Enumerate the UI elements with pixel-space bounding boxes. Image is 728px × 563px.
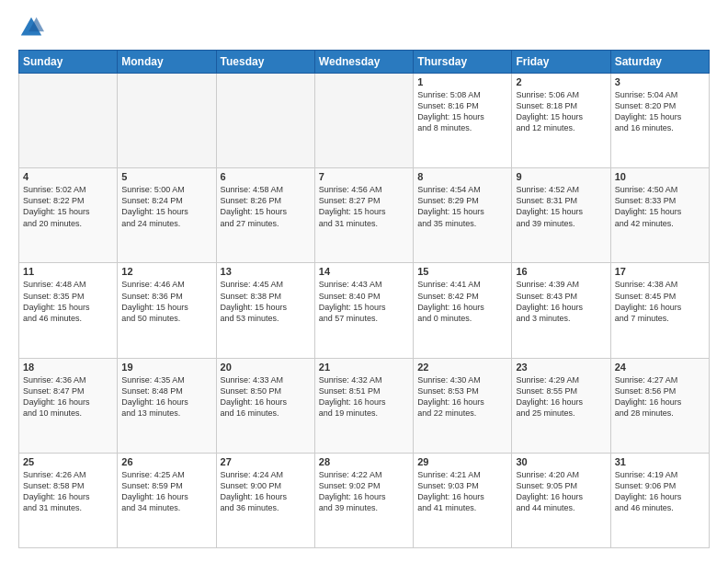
calendar-week-row: 25Sunrise: 4:26 AM Sunset: 8:58 PM Dayli…	[19, 453, 710, 547]
day-number: 12	[121, 266, 211, 277]
logo	[18, 15, 46, 40]
calendar-cell: 17Sunrise: 4:38 AM Sunset: 8:45 PM Dayli…	[610, 263, 709, 358]
calendar-cell: 13Sunrise: 4:45 AM Sunset: 8:38 PM Dayli…	[216, 263, 314, 358]
day-info: Sunrise: 4:27 AM Sunset: 8:56 PM Dayligh…	[615, 374, 705, 419]
day-info: Sunrise: 4:56 AM Sunset: 8:27 PM Dayligh…	[319, 184, 409, 229]
calendar-cell: 26Sunrise: 4:25 AM Sunset: 8:59 PM Dayli…	[118, 453, 216, 547]
day-info: Sunrise: 4:35 AM Sunset: 8:48 PM Dayligh…	[121, 374, 211, 419]
day-number: 11	[23, 266, 113, 277]
day-info: Sunrise: 4:43 AM Sunset: 8:40 PM Dayligh…	[319, 279, 409, 324]
day-info: Sunrise: 4:46 AM Sunset: 8:36 PM Dayligh…	[121, 279, 211, 324]
calendar-cell: 31Sunrise: 4:19 AM Sunset: 9:06 PM Dayli…	[610, 453, 709, 547]
header	[18, 15, 710, 40]
day-info: Sunrise: 4:19 AM Sunset: 9:06 PM Dayligh…	[615, 469, 705, 514]
day-number: 29	[417, 456, 507, 467]
calendar-cell: 25Sunrise: 4:26 AM Sunset: 8:58 PM Dayli…	[19, 453, 118, 547]
calendar-week-row: 4Sunrise: 5:02 AM Sunset: 8:22 PM Daylig…	[19, 168, 710, 263]
day-number: 7	[319, 171, 409, 182]
calendar-cell: 22Sunrise: 4:30 AM Sunset: 8:53 PM Dayli…	[414, 358, 512, 453]
calendar-cell: 30Sunrise: 4:20 AM Sunset: 9:05 PM Dayli…	[512, 453, 610, 547]
day-info: Sunrise: 5:06 AM Sunset: 8:18 PM Dayligh…	[516, 89, 606, 134]
calendar-cell: 5Sunrise: 5:00 AM Sunset: 8:24 PM Daylig…	[118, 168, 216, 263]
day-info: Sunrise: 4:52 AM Sunset: 8:31 PM Dayligh…	[516, 184, 606, 229]
day-number: 23	[516, 362, 606, 373]
calendar-cell: 2Sunrise: 5:06 AM Sunset: 8:18 PM Daylig…	[512, 74, 610, 168]
calendar-table: SundayMondayTuesdayWednesdayThursdayFrid…	[18, 50, 710, 548]
calendar-cell: 3Sunrise: 5:04 AM Sunset: 8:20 PM Daylig…	[610, 74, 709, 168]
calendar-cell: 19Sunrise: 4:35 AM Sunset: 8:48 PM Dayli…	[118, 358, 216, 453]
calendar-cell	[19, 74, 118, 168]
day-info: Sunrise: 4:54 AM Sunset: 8:29 PM Dayligh…	[417, 184, 507, 229]
calendar-cell	[314, 74, 413, 168]
day-number: 1	[417, 76, 507, 87]
day-info: Sunrise: 4:21 AM Sunset: 9:03 PM Dayligh…	[417, 469, 507, 514]
day-info: Sunrise: 4:38 AM Sunset: 8:45 PM Dayligh…	[615, 279, 705, 324]
weekday-header-tuesday: Tuesday	[216, 51, 314, 74]
calendar-week-row: 1Sunrise: 5:08 AM Sunset: 8:16 PM Daylig…	[19, 74, 710, 168]
calendar-cell: 9Sunrise: 4:52 AM Sunset: 8:31 PM Daylig…	[512, 168, 610, 263]
calendar-cell: 27Sunrise: 4:24 AM Sunset: 9:00 PM Dayli…	[216, 453, 314, 547]
day-info: Sunrise: 4:25 AM Sunset: 8:59 PM Dayligh…	[121, 469, 211, 514]
day-info: Sunrise: 5:08 AM Sunset: 8:16 PM Dayligh…	[417, 89, 507, 134]
day-number: 5	[121, 171, 211, 182]
day-number: 3	[615, 76, 705, 87]
day-number: 27	[221, 456, 311, 467]
day-number: 19	[121, 362, 211, 373]
weekday-header-sunday: Sunday	[19, 51, 118, 74]
day-info: Sunrise: 5:00 AM Sunset: 8:24 PM Dayligh…	[121, 184, 211, 229]
day-number: 24	[615, 362, 705, 373]
day-number: 26	[121, 456, 211, 467]
calendar-cell: 18Sunrise: 4:36 AM Sunset: 8:47 PM Dayli…	[19, 358, 118, 453]
calendar-cell: 15Sunrise: 4:41 AM Sunset: 8:42 PM Dayli…	[414, 263, 512, 358]
day-number: 10	[615, 171, 705, 182]
calendar-cell: 10Sunrise: 4:50 AM Sunset: 8:33 PM Dayli…	[610, 168, 709, 263]
calendar-week-row: 18Sunrise: 4:36 AM Sunset: 8:47 PM Dayli…	[19, 358, 710, 453]
day-number: 21	[319, 362, 409, 373]
day-info: Sunrise: 4:48 AM Sunset: 8:35 PM Dayligh…	[23, 279, 113, 324]
calendar-cell: 4Sunrise: 5:02 AM Sunset: 8:22 PM Daylig…	[19, 168, 118, 263]
day-info: Sunrise: 4:32 AM Sunset: 8:51 PM Dayligh…	[319, 374, 409, 419]
day-info: Sunrise: 4:33 AM Sunset: 8:50 PM Dayligh…	[221, 374, 311, 419]
day-number: 4	[23, 171, 113, 182]
weekday-header-thursday: Thursday	[414, 51, 512, 74]
weekday-header-row: SundayMondayTuesdayWednesdayThursdayFrid…	[19, 51, 710, 74]
calendar-cell: 12Sunrise: 4:46 AM Sunset: 8:36 PM Dayli…	[118, 263, 216, 358]
calendar-cell: 23Sunrise: 4:29 AM Sunset: 8:55 PM Dayli…	[512, 358, 610, 453]
day-number: 15	[417, 266, 507, 277]
day-info: Sunrise: 4:36 AM Sunset: 8:47 PM Dayligh…	[23, 374, 113, 419]
weekday-header-monday: Monday	[118, 51, 216, 74]
weekday-header-saturday: Saturday	[610, 51, 709, 74]
day-number: 16	[516, 266, 606, 277]
calendar-week-row: 11Sunrise: 4:48 AM Sunset: 8:35 PM Dayli…	[19, 263, 710, 358]
day-info: Sunrise: 5:04 AM Sunset: 8:20 PM Dayligh…	[615, 89, 705, 134]
calendar-cell: 7Sunrise: 4:56 AM Sunset: 8:27 PM Daylig…	[314, 168, 413, 263]
weekday-header-friday: Friday	[512, 51, 610, 74]
day-info: Sunrise: 4:45 AM Sunset: 8:38 PM Dayligh…	[221, 279, 311, 324]
calendar-cell: 28Sunrise: 4:22 AM Sunset: 9:02 PM Dayli…	[314, 453, 413, 547]
calendar-cell	[118, 74, 216, 168]
calendar-cell: 24Sunrise: 4:27 AM Sunset: 8:56 PM Dayli…	[610, 358, 709, 453]
day-info: Sunrise: 4:24 AM Sunset: 9:00 PM Dayligh…	[221, 469, 311, 514]
calendar-cell: 16Sunrise: 4:39 AM Sunset: 8:43 PM Dayli…	[512, 263, 610, 358]
day-info: Sunrise: 4:50 AM Sunset: 8:33 PM Dayligh…	[615, 184, 705, 229]
day-info: Sunrise: 4:30 AM Sunset: 8:53 PM Dayligh…	[417, 374, 507, 419]
page: SundayMondayTuesdayWednesdayThursdayFrid…	[0, 0, 728, 563]
logo-icon	[18, 15, 44, 40]
day-info: Sunrise: 5:02 AM Sunset: 8:22 PM Dayligh…	[23, 184, 113, 229]
day-info: Sunrise: 4:22 AM Sunset: 9:02 PM Dayligh…	[319, 469, 409, 514]
calendar-cell: 29Sunrise: 4:21 AM Sunset: 9:03 PM Dayli…	[414, 453, 512, 547]
day-number: 30	[516, 456, 606, 467]
day-info: Sunrise: 4:58 AM Sunset: 8:26 PM Dayligh…	[221, 184, 311, 229]
calendar-cell: 14Sunrise: 4:43 AM Sunset: 8:40 PM Dayli…	[314, 263, 413, 358]
calendar-cell	[216, 74, 314, 168]
day-info: Sunrise: 4:26 AM Sunset: 8:58 PM Dayligh…	[23, 469, 113, 514]
day-number: 22	[417, 362, 507, 373]
day-number: 14	[319, 266, 409, 277]
day-number: 8	[417, 171, 507, 182]
calendar-cell: 6Sunrise: 4:58 AM Sunset: 8:26 PM Daylig…	[216, 168, 314, 263]
calendar-cell: 1Sunrise: 5:08 AM Sunset: 8:16 PM Daylig…	[414, 74, 512, 168]
day-info: Sunrise: 4:39 AM Sunset: 8:43 PM Dayligh…	[516, 279, 606, 324]
day-number: 9	[516, 171, 606, 182]
day-number: 20	[221, 362, 311, 373]
day-number: 17	[615, 266, 705, 277]
